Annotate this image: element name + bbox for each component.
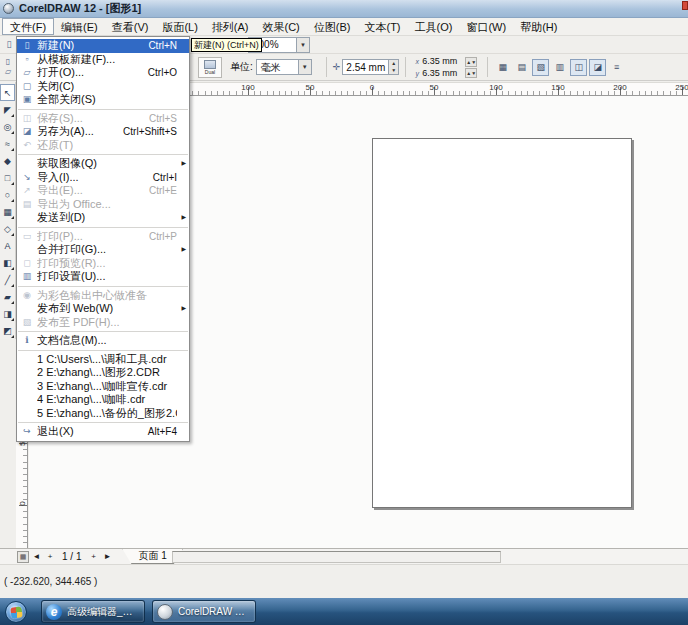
spin-down-icon[interactable]: ▼	[389, 67, 398, 74]
add-page-before-button[interactable]: +	[43, 550, 57, 564]
eyedropper-tool[interactable]: ╱	[0, 271, 15, 288]
title-bar[interactable]: CorelDRAW 12 - [图形1]	[0, 0, 688, 18]
menubar-item-2[interactable]: 查看(V)	[105, 18, 156, 35]
new-document-icon[interactable]: ▯	[3, 38, 15, 51]
menu-item-label: 导出为 Office...	[37, 198, 177, 211]
basic-shapes-tool[interactable]: ◇	[0, 220, 15, 237]
spin-down-icon[interactable]: ▼	[471, 58, 476, 66]
freehand-tool[interactable]: ≈	[0, 135, 15, 152]
file-menu-item-25[interactable]: 5 E:\zhang\...\备份的_图形2.CDR	[17, 407, 189, 421]
fill-tool[interactable]: ◨	[0, 305, 15, 322]
menubar-item-10[interactable]: 帮助(H)	[513, 18, 564, 35]
file-menu-item-23[interactable]: 3 E:\zhang\...\咖啡宣传.cdr	[17, 380, 189, 394]
menubar-item-1[interactable]: 编辑(E)	[54, 18, 105, 35]
file-menu-item-9[interactable]: ↘ 导入(I)... Ctrl+I	[17, 171, 189, 185]
ruler-origin-button[interactable]: ▦	[17, 551, 29, 563]
snap-to-grid-button[interactable]: ▦	[494, 59, 511, 76]
dual-ruler-button[interactable]: Dual	[198, 57, 222, 78]
file-menu-item-13[interactable]: ▭ 打印(P)... Ctrl+P	[17, 230, 189, 244]
spinner-buttons[interactable]: ▲▼	[465, 57, 477, 67]
taskbar-button-0[interactable]: e 高级编辑器_百度...	[41, 600, 145, 623]
flyout-triangle-icon	[11, 335, 14, 338]
file-menu-item-2[interactable]: ▱ 打开(O)... Ctrl+O	[17, 66, 189, 80]
pointer-coordinates: ( -232.620, 344.465 )	[4, 576, 97, 587]
file-menu-item-5[interactable]: ◫ 保存(S)... Ctrl+S	[17, 112, 189, 126]
menubar-item-9[interactable]: 窗口(W)	[459, 18, 513, 35]
freehand-tool-icon: ≈	[5, 139, 10, 149]
snap-to-objects-button[interactable]: ▧	[532, 59, 549, 76]
flyout-triangle-icon	[11, 148, 14, 151]
graph-paper-tool[interactable]: ▦	[0, 203, 15, 220]
menubar-item-8[interactable]: 工具(O)	[408, 18, 460, 35]
file-menu-item-15[interactable]: ◻ 打印预览(R)...	[17, 257, 189, 271]
file-menu-item-24[interactable]: 4 E:\zhang\...\咖啡.cdr	[17, 393, 189, 407]
menubar-item-5[interactable]: 效果(C)	[256, 18, 307, 35]
snap-to-guidelines-button[interactable]: ▤	[513, 59, 530, 76]
ellipse-tool[interactable]: ○	[0, 186, 15, 203]
file-menu-item-12[interactable]: 发送到(D) ▶	[17, 211, 189, 225]
file-menu-item-8[interactable]: 获取图像(Q) ▶	[17, 157, 189, 171]
file-menu-item-14[interactable]: 合并打印(G)... ▶	[17, 243, 189, 257]
duplicate-y-row[interactable]: y 6.35 mm	[412, 68, 457, 79]
file-menu-item-18[interactable]: 发布到 Web(W) ▶	[17, 302, 189, 316]
taskbar-button-1[interactable]: CorelDRAW 12 -...	[152, 600, 256, 623]
shape-tool[interactable]: ◤	[0, 101, 15, 118]
file-menu-item-3[interactable]: ▢ 关闭(C)	[17, 80, 189, 94]
outline-tool[interactable]: ▰	[0, 288, 15, 305]
file-menu-item-17[interactable]: ◉ 为彩色输出中心做准备	[17, 289, 189, 303]
menubar-item-6[interactable]: 位图(B)	[307, 18, 358, 35]
spinner-buttons[interactable]: ▲▼	[388, 60, 398, 74]
chevron-down-icon[interactable]: ▼	[296, 38, 309, 52]
rectangle-tool[interactable]: □	[0, 169, 15, 186]
drawing-page[interactable]	[372, 138, 632, 508]
file-menu-item-4[interactable]: ▣ 全部关闭(S)	[17, 93, 189, 107]
file-menu-item-1[interactable]: ▫ 从模板新建(F)...	[17, 53, 189, 67]
menu-item-label: 文档信息(M)...	[37, 334, 177, 347]
menubar-item-0[interactable]: 文件(F)	[2, 18, 54, 35]
menu-item-label: 获取图像(Q)	[37, 157, 177, 170]
file-menu-item-0[interactable]: ▯ 新建(N) Ctrl+N	[17, 39, 189, 53]
pick-tool[interactable]: ↖	[0, 84, 15, 101]
start-button[interactable]	[5, 601, 27, 623]
menubar-item-4[interactable]: 排列(A)	[205, 18, 256, 35]
spinner-buttons[interactable]: ▲▼	[465, 68, 477, 78]
menu-item-label: 打印设置(U)...	[37, 270, 177, 283]
text-tool[interactable]: A	[0, 237, 15, 254]
menu-item-label: 另存为(A)...	[37, 125, 123, 138]
file-menu-item-26[interactable]: ↪ 退出(X) Alt+F4	[17, 425, 189, 439]
file-menu-item-6[interactable]: ◪ 另存为(A)... Ctrl+Shift+S	[17, 125, 189, 139]
smart-drawing-tool[interactable]: ◆	[0, 152, 15, 169]
duplicate-x-row[interactable]: x 6.35 mm	[412, 56, 457, 67]
menu-item-shortcut: Ctrl+O	[148, 66, 189, 79]
marquee-select-button[interactable]: ◪	[589, 59, 606, 76]
chevron-down-icon[interactable]: ▼	[298, 60, 311, 74]
add-page-after-button[interactable]: +	[86, 550, 100, 564]
file-menu-item-20[interactable]: ℹ 文档信息(M)...	[17, 334, 189, 348]
interactive-blend-tool[interactable]: ◧	[0, 254, 15, 271]
spin-down-icon[interactable]: ▼	[471, 69, 476, 77]
options-list-button[interactable]: ≡	[608, 59, 625, 76]
rectangle-tool-icon: □	[5, 173, 10, 183]
spin-up-icon[interactable]: ▲	[389, 60, 398, 67]
horizontal-scrollbar-thumb[interactable]	[172, 551, 501, 563]
file-menu-item-16[interactable]: ▥ 打印设置(U)...	[17, 270, 189, 284]
units-combobox[interactable]: 毫米 ▼	[256, 59, 312, 75]
file-menu-item-11[interactable]: ▤ 导出为 Office...	[17, 198, 189, 212]
zoom-tool[interactable]: ◎	[0, 118, 15, 135]
nudge-offset-field[interactable]: 2.54 mm ▲▼	[342, 59, 399, 75]
ruler-label: 200	[613, 83, 626, 92]
file-menu-item-21[interactable]: 1 C:\Users\...\调和工具.cdr	[17, 353, 189, 367]
interactive-fill-tool[interactable]: ◩	[0, 322, 15, 339]
menubar-item-7[interactable]: 文本(T)	[357, 18, 407, 35]
last-page-button[interactable]: ►	[100, 550, 114, 564]
file-menu-item-10[interactable]: ↗ 导出(E)... Ctrl+E	[17, 184, 189, 198]
close-button[interactable]	[682, 1, 688, 10]
first-page-button[interactable]: ◄	[29, 550, 43, 564]
treat-as-filled-button[interactable]: ◫	[570, 59, 587, 76]
file-menu-item-22[interactable]: 2 E:\zhang\...\图形2.CDR	[17, 366, 189, 380]
menubar-item-3[interactable]: 版面(L)	[155, 18, 204, 35]
file-menu-item-7[interactable]: ↶ 还原(T)	[17, 139, 189, 153]
file-menu-item-19[interactable]: ▧ 发布至 PDF(H)...	[17, 316, 189, 330]
dynamic-guides-button[interactable]: ▥	[551, 59, 568, 76]
menu-item-label: 合并打印(G)...	[37, 243, 177, 256]
